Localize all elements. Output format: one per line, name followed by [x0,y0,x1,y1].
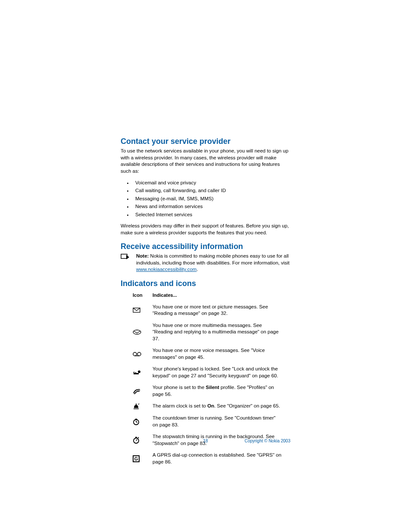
indicator-desc: Your phone is set to the Silent profile.… [153,382,282,400]
intro-paragraph: To use the network services available in… [121,148,290,174]
note-body: Nokia is committed to making mobile phon… [136,253,290,265]
copyright-text: Copyright © Nokia 2003 [245,439,290,443]
note-text: Note: Nokia is committed to making mobil… [136,253,290,273]
note-tail: . [196,267,198,272]
svg-text:G: G [134,456,138,461]
indicator-desc: You have one or more text or picture mes… [153,301,282,320]
heading-indicators: Indicators and icons [121,279,290,288]
outro-paragraph: Wireless providers may differ in their s… [121,223,290,236]
timer-icon [133,418,153,425]
svg-rect-0 [121,254,127,258]
svg-point-4 [133,352,137,356]
col-header-desc: Indicates... [153,291,282,301]
col-header-icon: Icon [133,291,153,301]
indicator-desc: Your phone's keypad is locked. See "Lock… [153,363,282,382]
heading-accessibility: Receive accessibility information [121,242,290,251]
svg-point-3 [133,330,141,334]
list-item: Selected Internet services [133,211,290,218]
svg-rect-19 [135,437,137,438]
svg-line-20 [138,437,139,438]
list-item: Voicemail and voice privacy [133,179,290,187]
document-page: Contact your service provider To use the… [0,0,411,532]
indicator-desc: You have one or more multimedia messages… [153,320,282,345]
mms-envelope-icon [133,330,153,335]
service-bullet-list: Voicemail and voice privacy Call waiting… [121,179,290,218]
table-row: G A GPRS dial-up connection is establish… [133,449,282,468]
list-item: Messaging (e-mail, IM, SMS, MMS) [133,195,290,202]
silent-icon [133,388,153,394]
heading-contact-provider: Contact your service provider [121,137,290,146]
table-row: The countdown timer is running. See "Cou… [133,412,282,431]
table-row: You have one or more text or picture mes… [133,301,282,320]
svg-marker-1 [126,255,129,259]
indicator-desc: You have one or more voice messages. See… [153,345,282,363]
table-header-row: Icon Indicates... [133,291,282,301]
svg-line-11 [139,389,140,390]
svg-rect-8 [134,373,139,374]
page-number: 18 [203,439,208,443]
table-row: You have one or more multimedia messages… [133,320,282,345]
svg-rect-10 [135,372,136,373]
list-item: News and information services [133,202,290,210]
svg-point-7 [138,370,140,373]
svg-rect-12 [136,404,137,405]
note-arrow-icon [121,254,130,261]
table-row: The alarm clock is set to On. See "Organ… [133,400,282,412]
table-row: Your phone is set to the Silent profile.… [133,382,282,400]
svg-point-5 [137,352,141,356]
note-label: Note: [136,253,149,258]
table-row: Your phone's keypad is locked. See "Lock… [133,363,282,382]
indicator-desc: The alarm clock is set to On. See "Organ… [153,400,282,412]
key-lock-icon [133,370,153,375]
indicator-desc: A GPRS dial-up connection is established… [153,449,282,468]
svg-rect-9 [134,372,134,373]
table-row: You have one or more voice messages. See… [133,345,282,363]
note-block: Note: Nokia is committed to making mobil… [121,253,290,273]
envelope-icon [133,308,153,313]
svg-rect-15 [135,419,137,420]
list-item: Call waiting, call forwarding, and calle… [133,187,290,194]
alarm-icon [133,403,153,410]
indicator-desc: The countdown timer is running. See "Cou… [153,412,282,431]
page-footer: 18 Copyright © Nokia 2003 [121,439,290,443]
voicemail-icon [133,352,153,356]
gprs-icon: G [133,455,153,462]
accessibility-link[interactable]: www.nokiaaccessibility.com [136,267,196,272]
